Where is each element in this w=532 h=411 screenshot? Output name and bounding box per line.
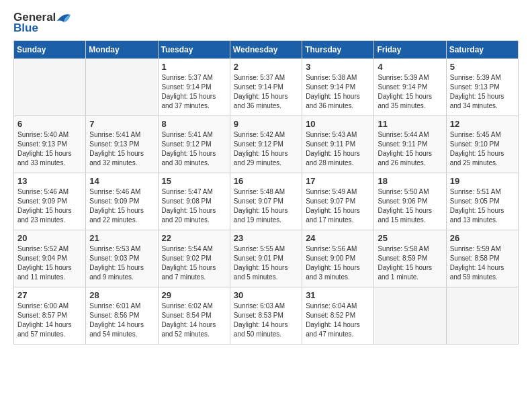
day-number: 11 (378, 119, 442, 129)
calendar-cell: 6Sunrise: 5:40 AM Sunset: 9:13 PM Daylig… (14, 116, 86, 173)
day-info: Sunrise: 5:48 AM Sunset: 9:07 PM Dayligh… (234, 187, 298, 225)
day-number: 7 (89, 119, 154, 129)
day-info: Sunrise: 5:39 AM Sunset: 9:14 PM Dayligh… (378, 73, 442, 111)
weekday-header: Tuesday (158, 41, 230, 59)
day-info: Sunrise: 5:41 AM Sunset: 9:13 PM Dayligh… (89, 130, 154, 168)
day-info: Sunrise: 5:58 AM Sunset: 8:59 PM Dayligh… (378, 244, 442, 282)
day-number: 13 (17, 176, 82, 186)
day-info: Sunrise: 6:03 AM Sunset: 8:53 PM Dayligh… (234, 302, 298, 339)
weekday-header: Friday (374, 41, 446, 59)
logo-bird-icon (56, 11, 72, 24)
calendar-cell: 21Sunrise: 5:53 AM Sunset: 9:03 PM Dayli… (86, 230, 158, 287)
day-number: 23 (234, 233, 298, 243)
calendar-cell: 30Sunrise: 6:03 AM Sunset: 8:53 PM Dayli… (230, 287, 302, 345)
day-number: 6 (17, 119, 82, 129)
day-number: 24 (306, 233, 370, 243)
day-info: Sunrise: 5:56 AM Sunset: 9:00 PM Dayligh… (306, 244, 370, 282)
day-number: 26 (450, 233, 515, 243)
weekday-header: Sunday (14, 41, 86, 59)
calendar-cell: 16Sunrise: 5:48 AM Sunset: 9:07 PM Dayli… (230, 173, 302, 230)
calendar-cell: 1Sunrise: 5:37 AM Sunset: 9:14 PM Daylig… (158, 59, 230, 116)
logo-blue-text: Blue (13, 21, 38, 35)
week-row: 6Sunrise: 5:40 AM Sunset: 9:13 PM Daylig… (14, 116, 519, 173)
day-number: 8 (162, 119, 226, 129)
calendar-cell: 22Sunrise: 5:54 AM Sunset: 9:02 PM Dayli… (158, 230, 230, 287)
weekday-header: Thursday (302, 41, 374, 59)
calendar-table: SundayMondayTuesdayWednesdayThursdayFrid… (13, 40, 519, 345)
day-number: 30 (234, 290, 298, 300)
calendar-cell: 4Sunrise: 5:39 AM Sunset: 9:14 PM Daylig… (374, 59, 446, 116)
calendar-cell: 31Sunrise: 6:04 AM Sunset: 8:52 PM Dayli… (302, 287, 374, 345)
calendar-cell: 9Sunrise: 5:42 AM Sunset: 9:12 PM Daylig… (230, 116, 302, 173)
day-number: 21 (89, 233, 154, 243)
calendar-cell: 27Sunrise: 6:00 AM Sunset: 8:57 PM Dayli… (14, 287, 86, 345)
weekday-header: Monday (86, 41, 158, 59)
day-info: Sunrise: 6:01 AM Sunset: 8:56 PM Dayligh… (89, 302, 154, 339)
page: General Blue SundayMondayTuesdayWednesda… (0, 0, 532, 355)
calendar-cell (86, 59, 158, 116)
day-info: Sunrise: 6:02 AM Sunset: 8:54 PM Dayligh… (162, 302, 226, 339)
calendar-cell: 18Sunrise: 5:50 AM Sunset: 9:06 PM Dayli… (374, 173, 446, 230)
day-number: 31 (306, 290, 370, 300)
week-row: 13Sunrise: 5:46 AM Sunset: 9:09 PM Dayli… (14, 173, 519, 230)
calendar-cell: 17Sunrise: 5:49 AM Sunset: 9:07 PM Dayli… (302, 173, 374, 230)
day-number: 2 (234, 62, 298, 72)
day-number: 20 (17, 233, 82, 243)
calendar-cell: 29Sunrise: 6:02 AM Sunset: 8:54 PM Dayli… (158, 287, 230, 345)
day-number: 19 (450, 176, 515, 186)
day-info: Sunrise: 6:04 AM Sunset: 8:52 PM Dayligh… (306, 302, 370, 339)
calendar-cell: 23Sunrise: 5:55 AM Sunset: 9:01 PM Dayli… (230, 230, 302, 287)
calendar-cell: 7Sunrise: 5:41 AM Sunset: 9:13 PM Daylig… (86, 116, 158, 173)
day-info: Sunrise: 5:37 AM Sunset: 9:14 PM Dayligh… (162, 73, 226, 111)
day-number: 4 (378, 62, 442, 72)
day-info: Sunrise: 6:00 AM Sunset: 8:57 PM Dayligh… (17, 302, 82, 339)
day-number: 1 (162, 62, 226, 72)
day-info: Sunrise: 5:52 AM Sunset: 9:04 PM Dayligh… (17, 244, 82, 282)
day-info: Sunrise: 5:38 AM Sunset: 9:14 PM Dayligh… (306, 73, 370, 111)
calendar-cell: 26Sunrise: 5:59 AM Sunset: 8:58 PM Dayli… (446, 230, 518, 287)
calendar-cell: 12Sunrise: 5:45 AM Sunset: 9:10 PM Dayli… (446, 116, 518, 173)
day-info: Sunrise: 5:53 AM Sunset: 9:03 PM Dayligh… (89, 244, 154, 282)
calendar-cell (446, 287, 518, 345)
calendar-cell: 5Sunrise: 5:39 AM Sunset: 9:13 PM Daylig… (446, 59, 518, 116)
day-info: Sunrise: 5:47 AM Sunset: 9:08 PM Dayligh… (162, 187, 226, 225)
day-info: Sunrise: 5:54 AM Sunset: 9:02 PM Dayligh… (162, 244, 226, 282)
calendar-cell: 2Sunrise: 5:37 AM Sunset: 9:14 PM Daylig… (230, 59, 302, 116)
day-number: 25 (378, 233, 442, 243)
day-info: Sunrise: 5:41 AM Sunset: 9:12 PM Dayligh… (162, 130, 226, 168)
day-info: Sunrise: 5:44 AM Sunset: 9:11 PM Dayligh… (378, 130, 442, 168)
calendar-cell: 19Sunrise: 5:51 AM Sunset: 9:05 PM Dayli… (446, 173, 518, 230)
day-number: 29 (162, 290, 226, 300)
calendar-cell: 25Sunrise: 5:58 AM Sunset: 8:59 PM Dayli… (374, 230, 446, 287)
week-row: 27Sunrise: 6:00 AM Sunset: 8:57 PM Dayli… (14, 287, 519, 345)
calendar-cell: 20Sunrise: 5:52 AM Sunset: 9:04 PM Dayli… (14, 230, 86, 287)
calendar-cell: 11Sunrise: 5:44 AM Sunset: 9:11 PM Dayli… (374, 116, 446, 173)
day-info: Sunrise: 5:43 AM Sunset: 9:11 PM Dayligh… (306, 130, 370, 168)
day-info: Sunrise: 5:55 AM Sunset: 9:01 PM Dayligh… (234, 244, 298, 282)
week-row: 1Sunrise: 5:37 AM Sunset: 9:14 PM Daylig… (14, 59, 519, 116)
week-row: 20Sunrise: 5:52 AM Sunset: 9:04 PM Dayli… (14, 230, 519, 287)
calendar-cell: 13Sunrise: 5:46 AM Sunset: 9:09 PM Dayli… (14, 173, 86, 230)
day-info: Sunrise: 5:37 AM Sunset: 9:14 PM Dayligh… (234, 73, 298, 111)
calendar-cell: 10Sunrise: 5:43 AM Sunset: 9:11 PM Dayli… (302, 116, 374, 173)
calendar-cell: 8Sunrise: 5:41 AM Sunset: 9:12 PM Daylig… (158, 116, 230, 173)
day-info: Sunrise: 5:40 AM Sunset: 9:13 PM Dayligh… (17, 130, 82, 168)
header-row: SundayMondayTuesdayWednesdayThursdayFrid… (14, 41, 519, 59)
logo-container: General Blue (13, 11, 72, 35)
day-info: Sunrise: 5:50 AM Sunset: 9:06 PM Dayligh… (378, 187, 442, 225)
weekday-header: Wednesday (230, 41, 302, 59)
day-info: Sunrise: 5:45 AM Sunset: 9:10 PM Dayligh… (450, 130, 515, 168)
calendar-cell: 3Sunrise: 5:38 AM Sunset: 9:14 PM Daylig… (302, 59, 374, 116)
calendar-cell: 28Sunrise: 6:01 AM Sunset: 8:56 PM Dayli… (86, 287, 158, 345)
day-number: 9 (234, 119, 298, 129)
day-number: 3 (306, 62, 370, 72)
calendar-cell (14, 59, 86, 116)
calendar-cell: 14Sunrise: 5:46 AM Sunset: 9:09 PM Dayli… (86, 173, 158, 230)
weekday-header: Saturday (446, 41, 518, 59)
day-info: Sunrise: 5:46 AM Sunset: 9:09 PM Dayligh… (89, 187, 154, 225)
calendar-cell: 24Sunrise: 5:56 AM Sunset: 9:00 PM Dayli… (302, 230, 374, 287)
day-number: 10 (306, 119, 370, 129)
day-number: 17 (306, 176, 370, 186)
day-number: 5 (450, 62, 515, 72)
calendar-cell (374, 287, 446, 345)
